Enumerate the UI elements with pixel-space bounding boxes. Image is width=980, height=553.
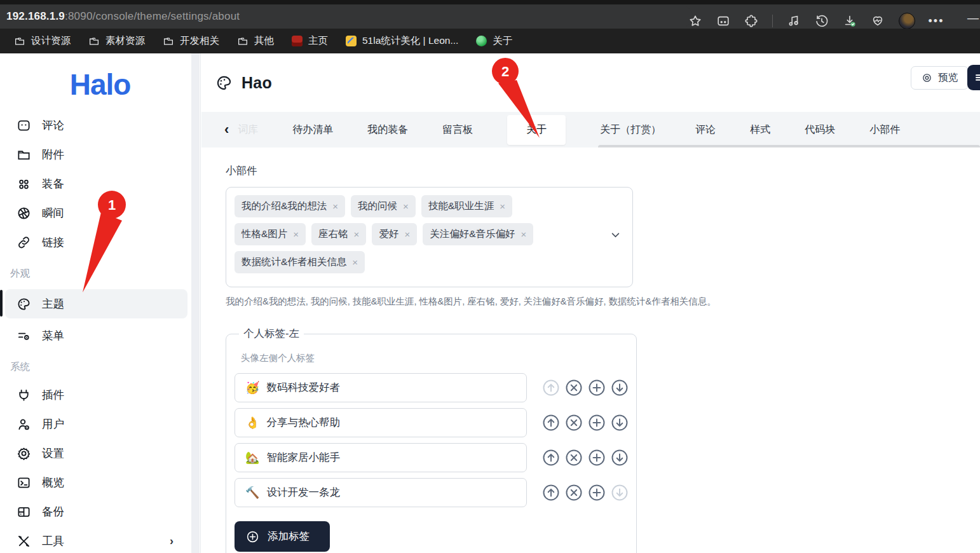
delete-row-button[interactable] — [565, 484, 583, 502]
tag-text-input[interactable]: 🥳 数码科技爱好者 — [235, 373, 527, 402]
tabs-scroll-left-icon[interactable]: ‹ — [224, 123, 229, 137]
sidebar-item-label: 装备 — [42, 176, 64, 191]
remove-tag-icon[interactable]: × — [332, 201, 338, 211]
remove-tag-icon[interactable]: × — [521, 229, 526, 239]
tag-text: 设计开发一条龙 — [266, 486, 340, 500]
tab-style[interactable]: 样式 — [750, 123, 770, 137]
remove-tag-icon[interactable]: × — [404, 229, 410, 239]
preview-label: 预览 — [938, 71, 958, 85]
bookmark-51la[interactable]: 51la统计美化 | Leon... — [339, 31, 465, 51]
tag-item-row: 🥳 数码科技爱好者 — [235, 373, 629, 402]
profile-avatar[interactable] — [899, 13, 915, 29]
more-menu-icon[interactable]: ••• — [929, 14, 943, 28]
sidebar-item-plugins[interactable]: 插件 — [0, 380, 191, 409]
selected-tag[interactable]: 我的问候× — [351, 195, 416, 217]
tab-message-board[interactable]: 留言板 — [442, 123, 473, 137]
theme-menu-button[interactable] — [967, 65, 980, 90]
sidebar-item-attachments[interactable]: 附件 — [0, 140, 191, 169]
remove-tag-icon[interactable]: × — [352, 257, 358, 267]
page-url: 192.168.1.9:8090/console/theme/settings/… — [6, 10, 240, 23]
remove-tag-icon[interactable]: × — [354, 229, 360, 239]
favorite-star-icon[interactable] — [688, 14, 702, 28]
move-down-button[interactable] — [611, 379, 629, 397]
sidebar-item-label: 链接 — [42, 235, 64, 250]
preview-button[interactable]: 预览 — [911, 66, 969, 90]
bookmark-about[interactable]: 关于 — [470, 31, 519, 51]
bookmark-homepage[interactable]: 主页 — [285, 31, 334, 51]
tag-label: 关注偏好&音乐偏好 — [430, 228, 515, 241]
bookmark-label: 其他 — [254, 34, 274, 48]
settings-content: 小部件 我的介绍&我的想法× 我的问候× 技能&职业生涯× 性格&图片× 座右铭… — [201, 147, 980, 553]
sidebar-item-tools[interactable]: 工具 › — [0, 526, 191, 553]
sidebar-item-users[interactable]: 用户 — [0, 409, 191, 439]
bookmark-folder[interactable]: 开发相关 — [156, 31, 226, 51]
chevron-down-icon[interactable] — [610, 229, 621, 243]
move-up-button[interactable] — [542, 414, 560, 432]
palette-icon — [215, 74, 233, 92]
tab-comments[interactable]: 评论 — [695, 123, 716, 137]
move-up-button[interactable] — [542, 449, 560, 467]
selected-tag[interactable]: 座右铭× — [311, 223, 366, 245]
bookmark-folder[interactable]: 其他 — [231, 31, 280, 51]
preview-icon — [922, 72, 932, 83]
tag-text-input[interactable]: 🏡 智能家居小能手 — [235, 443, 527, 472]
history-icon[interactable] — [815, 14, 829, 28]
tag-text-input[interactable]: 👌 分享与热心帮助 — [235, 408, 527, 437]
sidebar-item-moments[interactable]: 瞬间 — [0, 198, 191, 228]
bookmark-folder[interactable]: 素材资源 — [82, 31, 151, 51]
tag-text-input[interactable]: 🔨 设计开发一条龙 — [235, 478, 527, 507]
remove-tag-icon[interactable]: × — [403, 201, 409, 211]
sidebar-item-menu[interactable]: 菜单 — [0, 321, 191, 350]
window-edge — [0, 0, 980, 4]
delete-row-button[interactable] — [565, 449, 583, 467]
delete-row-button[interactable] — [565, 414, 583, 432]
selected-tag[interactable]: 我的介绍&我的想法× — [235, 195, 345, 217]
downloads-icon[interactable] — [843, 14, 857, 28]
main-panel: Hao 预览 ‹ 词库 待办清单 我的装备 留言板 关于 — [201, 53, 980, 553]
delete-row-button[interactable] — [565, 379, 583, 397]
tab-hidden-left[interactable]: 词库 — [238, 123, 258, 137]
sidebar-item-comments[interactable]: 评论 — [0, 111, 191, 140]
sidebar-item-overview[interactable]: 概览 — [0, 468, 191, 497]
tab-about[interactable]: 关于 — [507, 115, 566, 145]
split-screen-icon[interactable] — [716, 14, 730, 28]
sidebar-item-theme[interactable]: 主题 — [5, 289, 187, 318]
add-row-button[interactable] — [588, 484, 606, 502]
move-up-button[interactable] — [542, 484, 560, 502]
move-down-button[interactable] — [611, 414, 629, 432]
selected-tag[interactable]: 性格&图片× — [235, 223, 306, 245]
tab-codeblock[interactable]: 代码块 — [805, 123, 835, 137]
tab-widgets[interactable]: 小部件 — [869, 123, 900, 137]
add-tag-button[interactable]: 添加标签 — [235, 521, 330, 552]
sidebar-item-label: 用户 — [42, 416, 64, 432]
extensions-icon[interactable] — [744, 14, 758, 28]
selected-tag[interactable]: 数据统计&作者相关信息× — [235, 251, 365, 273]
tag-row: 数据统计&作者相关信息× — [235, 251, 604, 273]
address-bar[interactable]: 192.168.1.9:8090/console/theme/settings/… — [0, 6, 693, 27]
selected-tag[interactable]: 爱好× — [372, 223, 417, 245]
media-controls-icon[interactable] — [787, 14, 801, 28]
sidebar-scrollbar[interactable] — [191, 53, 200, 553]
sidebar-item-equipment[interactable]: 装备 — [0, 169, 191, 198]
tab-my-equipment[interactable]: 我的装备 — [367, 123, 408, 137]
sidebar-item-links[interactable]: 链接 — [0, 228, 191, 257]
add-row-button[interactable] — [588, 414, 606, 432]
add-row-button[interactable] — [588, 449, 606, 467]
sidebar-item-backup[interactable]: 备份 — [0, 497, 191, 526]
tab-todo[interactable]: 待办清单 — [292, 123, 333, 137]
selected-tag[interactable]: 技能&职业生涯× — [421, 195, 512, 217]
bookmark-label: 设计资源 — [31, 34, 71, 48]
add-row-button[interactable] — [588, 379, 606, 397]
remove-tag-icon[interactable]: × — [500, 201, 505, 211]
move-down-button[interactable] — [611, 449, 629, 467]
selected-tag[interactable]: 关注偏好&音乐偏好× — [423, 223, 533, 245]
sidebar-item-settings[interactable]: 设置 — [0, 439, 191, 468]
plugin-icon — [17, 388, 31, 402]
window-minimize-button[interactable]: — — [967, 11, 979, 25]
bookmark-folder[interactable]: 设计资源 — [8, 31, 77, 51]
widget-multiselect[interactable]: 我的介绍&我的想法× 我的问候× 技能&职业生涯× 性格&图片× 座右铭× 爱好… — [226, 187, 633, 287]
group-legend: 个人标签-左 — [239, 327, 304, 341]
tab-about-donate[interactable]: 关于（打赏） — [600, 123, 661, 137]
browser-essentials-icon[interactable] — [871, 14, 885, 28]
remove-tag-icon[interactable]: × — [293, 229, 299, 239]
